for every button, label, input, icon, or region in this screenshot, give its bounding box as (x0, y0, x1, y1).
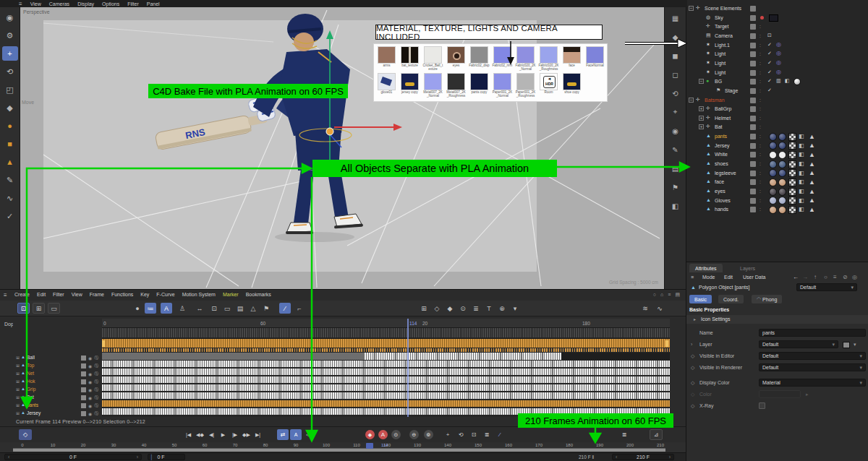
eye-icon[interactable]: ◉ (88, 371, 92, 376)
motion-mode-button[interactable]: ▭ (48, 303, 60, 314)
record-scale-icon[interactable]: + (443, 429, 453, 440)
keys-pants[interactable] (102, 400, 670, 408)
layers-icon[interactable]: ≣ (618, 429, 630, 440)
object-row-ballgrp[interactable]: +✛BallGrp⁚ (686, 105, 868, 113)
texture-thumb[interactable]: Paper001_2K_Roughness (515, 73, 536, 98)
enabled-check-icon[interactable]: ✓ (767, 51, 772, 56)
object-row-sky[interactable]: ◍Sky (686, 14, 868, 22)
show-animated-icon[interactable]: ♙ (176, 303, 188, 314)
object-row-light-1[interactable]: ✶Light.1⁚✓◎ (686, 41, 868, 50)
fcurve-mode-button[interactable]: ⊞ (33, 303, 45, 314)
material-tag-icon[interactable] (769, 178, 777, 186)
brush-tool-icon[interactable]: ✎ (2, 173, 18, 187)
keys-grip[interactable] (102, 384, 670, 392)
timeline-search-icon[interactable]: ○ (653, 292, 656, 298)
record-rotation-button[interactable]: ⊚ (424, 430, 433, 439)
menu-cameras[interactable]: Cameras (49, 1, 69, 7)
material-tag-icon[interactable] (778, 151, 786, 159)
layer-swatch[interactable] (750, 189, 756, 194)
tab-layers[interactable]: Layers (734, 264, 761, 272)
enabled-check-icon[interactable]: ✓ (767, 87, 772, 93)
track-row-hok[interactable]: ⊞▲Hok◉Ⓢ (13, 377, 102, 384)
layer-square-icon[interactable] (81, 379, 86, 384)
edges-mode-icon[interactable]: ■ (2, 137, 18, 151)
visibility-dots-icon[interactable]: ⁚ (760, 35, 761, 38)
sound-toggle-icon[interactable]: ◁ (304, 429, 312, 440)
tl-menu-bookmarks[interactable]: Bookmarks (246, 292, 271, 297)
eye-icon[interactable]: ◉ (88, 379, 92, 384)
material-tag-icon[interactable] (778, 206, 786, 214)
solo-icon[interactable]: Ⓢ (94, 355, 98, 361)
eye-icon[interactable]: ◉ (88, 395, 92, 400)
tl-menu-create[interactable]: Create (14, 292, 30, 297)
material-tag-icon[interactable] (769, 160, 777, 168)
texture-thumb[interactable]: shoe copy (561, 73, 582, 98)
material-tag-icon[interactable] (769, 133, 777, 141)
filter-icon[interactable]: ≡ (833, 274, 837, 280)
material-tag-icon[interactable] (769, 142, 777, 150)
object-row-bg[interactable]: −●BG⁚✓▥◧ (686, 77, 868, 86)
visibility-dots-icon[interactable]: ⁚ (760, 153, 761, 156)
linear-interp-icon[interactable]: ⁄ (279, 303, 291, 314)
viewport-solo-icon[interactable]: ◉ (668, 124, 684, 137)
chevron-down-icon[interactable]: ▾ (854, 342, 856, 348)
tab-coord[interactable]: Coord. (718, 295, 744, 303)
hierarchy-icon[interactable]: ≔ (145, 303, 156, 314)
menu-view[interactable]: View (30, 1, 41, 7)
annotate-pen-icon[interactable]: ✎ (668, 143, 684, 156)
object-row-camera[interactable]: ▤Camera⁚⊡ (686, 32, 868, 40)
texture-thumb[interactable]: Metal007_2K_Roughness (446, 73, 467, 98)
visibility-dots-icon[interactable]: ⁚ (760, 126, 761, 129)
visibility-dots-icon[interactable]: ⁚ (760, 190, 761, 193)
target-tag-icon[interactable]: ◎ (776, 41, 781, 48)
menu-filter[interactable]: Filter (127, 1, 139, 7)
expand-icon[interactable]: ⊞ (16, 410, 20, 415)
expand-icon[interactable]: ⊞ (16, 395, 20, 400)
material-tag-icon[interactable] (769, 151, 777, 159)
track-row-grip[interactable]: ⊞▲Grip◉Ⓢ (13, 385, 102, 392)
keyframe-selection-record-button[interactable]: ⊙ (391, 430, 401, 439)
visibility-dots-icon[interactable]: ⁚ (760, 53, 761, 56)
material-tag-icon[interactable] (769, 206, 777, 214)
expand-icon[interactable]: ⊞ (16, 379, 20, 384)
tl-menu-view[interactable]: View (72, 292, 82, 297)
selection-tag-icon[interactable]: ▲ (809, 188, 815, 195)
layer-swatch[interactable] (750, 51, 756, 57)
visibility-dots-icon[interactable]: ⁚ (760, 163, 761, 165)
object-row-hands[interactable]: ▲hands⁚◧▲ (686, 205, 868, 214)
material-tag-icon[interactable] (778, 133, 786, 141)
expand-icon[interactable]: ⊞ (16, 402, 20, 408)
expand-icon[interactable]: + (699, 116, 704, 121)
layer-swatch[interactable] (750, 33, 756, 39)
make-editable-icon[interactable]: ▦ (668, 12, 684, 25)
expand-icon[interactable]: + (699, 124, 704, 129)
stack-icon[interactable]: ≣ (470, 303, 482, 314)
selection-tag-icon[interactable]: ▲ (809, 197, 815, 204)
live-selection-tool-icon[interactable]: ◉ (2, 10, 18, 25)
marker-icon[interactable]: ⚑ (260, 303, 272, 314)
phong-tag-icon[interactable]: ◧ (799, 133, 804, 139)
visibility-dots-icon[interactable]: ⁚ (760, 135, 761, 138)
preset-dropdown[interactable]: Default▾ (796, 283, 857, 291)
rotate-workplane-icon[interactable]: ⟲ (668, 87, 684, 100)
next-frame-button[interactable]: |▶ (229, 429, 240, 440)
dope-ruler[interactable]: 0 60 114 20 180 (102, 319, 670, 328)
target-tag-icon[interactable]: ◎ (776, 50, 781, 56)
timeline-options-icon[interactable]: ≣ (482, 429, 492, 440)
layer-swatch[interactable] (750, 161, 756, 167)
target-icon[interactable]: ◎ (852, 274, 857, 280)
keys-ball-held[interactable] (102, 353, 365, 360)
texture-thumb[interactable]: pants copy (469, 73, 490, 98)
object-row-eyes[interactable]: ▲eyes⁚◧▲ (686, 187, 868, 196)
tl-menu-frame[interactable]: Frame (90, 292, 104, 297)
layer-square-icon[interactable] (81, 411, 86, 416)
eye-icon[interactable]: ◉ (88, 403, 92, 408)
layer-swatch[interactable] (750, 88, 756, 94)
object-row-legsleeve[interactable]: ▲legsleeve⁚◧▲ (686, 169, 868, 178)
texture-thumb[interactable]: bat_texture (399, 46, 420, 72)
phong-tag-icon[interactable]: ◧ (799, 206, 804, 212)
key-diamond-icon[interactable]: ◇ (431, 303, 443, 314)
object-row-bat[interactable]: +✛Bat⁚ (686, 123, 868, 132)
solo-icon[interactable]: Ⓢ (94, 371, 98, 377)
object-row-face[interactable]: ▲face⁚◧▲ (686, 178, 868, 186)
